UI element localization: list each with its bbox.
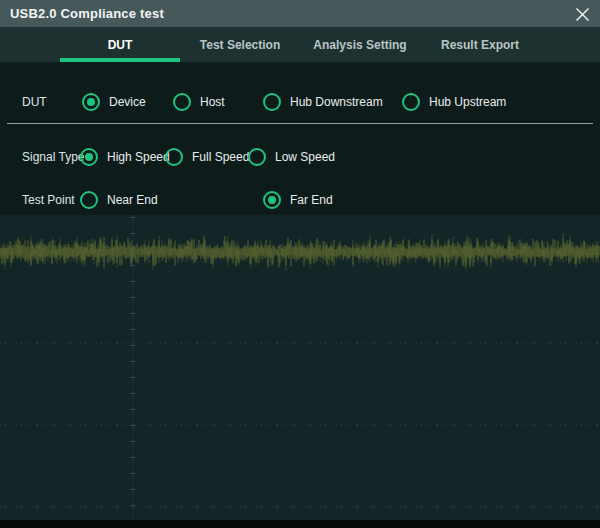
radio-full-speed[interactable]: Full Speed [165,148,249,166]
radio-low-speed[interactable]: Low Speed [248,148,335,166]
radio-device[interactable]: Device [82,93,146,111]
tab-analysis-setting[interactable]: Analysis Setting [300,27,420,62]
radio-circle-icon [248,148,266,166]
signal-type-row-label: Signal Type [22,150,85,164]
radio-circle-icon [263,191,281,209]
dialog-titlebar: USB2.0 Compliance test [0,0,600,27]
dut-row: DUT Device Host Hub Downstream Hub Upstr… [0,88,600,116]
radio-host-label: Host [200,95,225,109]
radio-near-end-label: Near End [107,193,158,207]
radio-circle-icon [263,93,281,111]
test-point-row-label: Test Point [22,193,75,207]
radio-circle-icon [165,148,183,166]
scope-display [0,215,600,520]
dut-row-label: DUT [22,95,47,109]
radio-hub-upstream[interactable]: Hub Upstream [402,93,506,111]
radio-circle-icon [82,93,100,111]
scope-graticule-svg [0,215,600,520]
radio-device-label: Device [109,95,146,109]
tab-result-export-label: Result Export [441,38,519,52]
radio-host[interactable]: Host [173,93,225,111]
radio-high-speed-label: High Speed [107,150,170,164]
radio-high-speed[interactable]: High Speed [80,148,170,166]
tab-result-export[interactable]: Result Export [420,27,540,62]
radio-far-end[interactable]: Far End [263,191,333,209]
tab-dut[interactable]: DUT [60,27,180,62]
signal-type-row: Signal Type High Speed Full Speed Low Sp… [0,143,600,171]
usb-compliance-dialog: USB2.0 Compliance test DUT Test Selectio… [0,0,600,528]
section-divider [7,123,593,124]
radio-full-speed-label: Full Speed [192,150,249,164]
tab-test-selection[interactable]: Test Selection [180,27,300,62]
radio-hub-downstream-label: Hub Downstream [290,95,383,109]
radio-low-speed-label: Low Speed [275,150,335,164]
tab-test-selection-label: Test Selection [200,38,280,52]
dialog-content: DUT Device Host Hub Downstream Hub Upstr… [0,62,600,215]
radio-circle-icon [173,93,191,111]
tab-dut-label: DUT [108,38,133,52]
radio-circle-icon [402,93,420,111]
radio-hub-upstream-label: Hub Upstream [429,95,506,109]
radio-near-end[interactable]: Near End [80,191,158,209]
tab-bar: DUT Test Selection Analysis Setting Resu… [0,27,600,62]
radio-circle-icon [80,191,98,209]
radio-far-end-label: Far End [290,193,333,207]
test-point-row: Test Point Near End Far End [0,186,600,214]
bottom-strip [0,520,600,528]
dialog-title: USB2.0 Compliance test [10,6,164,21]
radio-circle-icon [80,148,98,166]
tab-analysis-setting-label: Analysis Setting [313,38,406,52]
waveform-trace [0,236,599,267]
close-icon[interactable] [572,5,592,23]
radio-hub-downstream[interactable]: Hub Downstream [263,93,383,111]
